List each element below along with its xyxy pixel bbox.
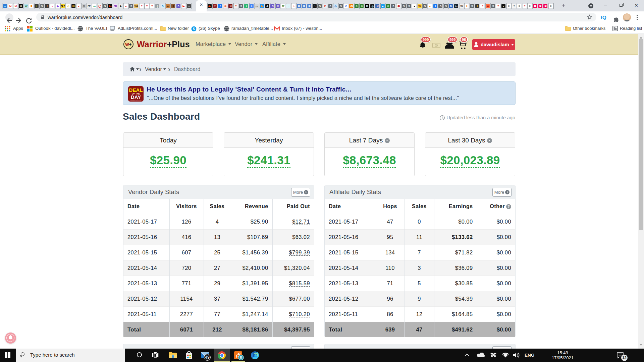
svg-text:1: 1 — [436, 44, 437, 47]
svg-text:S: S — [193, 27, 195, 31]
